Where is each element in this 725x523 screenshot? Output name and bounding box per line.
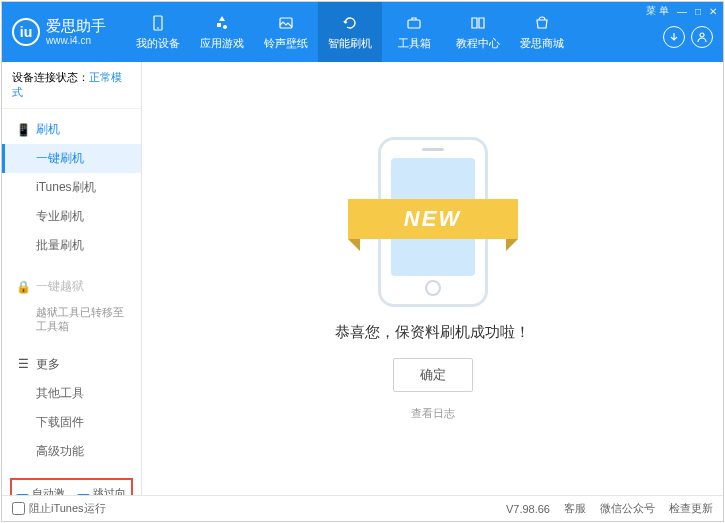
sidebar-item-download-firmware[interactable]: 下载固件 bbox=[2, 408, 141, 437]
success-message: 恭喜您，保资料刷机成功啦！ bbox=[335, 323, 530, 342]
app-url: www.i4.cn bbox=[46, 35, 106, 46]
sidebar-item-itunes-flash[interactable]: iTunes刷机 bbox=[2, 173, 141, 202]
block-itunes-checkbox[interactable]: 阻止iTunes运行 bbox=[12, 501, 106, 516]
toolbox-icon bbox=[405, 14, 423, 32]
logo-icon: iu bbox=[12, 18, 40, 46]
maximize-icon[interactable]: □ bbox=[695, 6, 701, 17]
nav-mall[interactable]: 爱思商城 bbox=[510, 2, 574, 62]
view-log-link[interactable]: 查看日志 bbox=[411, 406, 455, 421]
header-right-buttons bbox=[663, 26, 713, 48]
phone-illustration: NEW bbox=[368, 137, 498, 307]
refresh-icon bbox=[341, 14, 359, 32]
nav-my-device[interactable]: 我的设备 bbox=[126, 2, 190, 62]
lock-icon: 🔒 bbox=[16, 280, 30, 294]
connection-status: 设备连接状态：正常模式 bbox=[2, 62, 141, 109]
sidebar: 设备连接状态：正常模式 📱 刷机 一键刷机 iTunes刷机 专业刷机 批量刷机… bbox=[2, 62, 142, 495]
nav-toolbox[interactable]: 工具箱 bbox=[382, 2, 446, 62]
menu-icon: ☰ bbox=[16, 357, 30, 371]
book-icon bbox=[469, 14, 487, 32]
jailbreak-note: 越狱工具已转移至工具箱 bbox=[2, 301, 141, 338]
sidebar-item-pro-flash[interactable]: 专业刷机 bbox=[2, 202, 141, 231]
version-label: V7.98.66 bbox=[506, 503, 550, 515]
sidebar-item-batch-flash[interactable]: 批量刷机 bbox=[2, 231, 141, 260]
nav-ringtone-wallpaper[interactable]: 铃声壁纸 bbox=[254, 2, 318, 62]
auto-activate-checkbox[interactable]: 自动激活 bbox=[16, 486, 67, 495]
sidebar-section-more[interactable]: ☰ 更多 bbox=[2, 350, 141, 379]
options-highlighted-box: 自动激活 跳过向导 bbox=[10, 478, 133, 495]
app-title: 爱思助手 bbox=[46, 18, 106, 35]
footer-bar: 阻止iTunes运行 V7.98.66 客服 微信公众号 检查更新 bbox=[2, 495, 723, 521]
nav-smart-flash[interactable]: 智能刷机 bbox=[318, 2, 382, 62]
main-nav: 我的设备 应用游戏 铃声壁纸 智能刷机 工具箱 教程中心 bbox=[126, 2, 574, 62]
download-button[interactable] bbox=[663, 26, 685, 48]
check-update-link[interactable]: 检查更新 bbox=[669, 501, 713, 516]
sidebar-item-oneclick-flash[interactable]: 一键刷机 bbox=[2, 144, 141, 173]
shop-icon bbox=[533, 14, 551, 32]
menu-button[interactable]: 菜 单 bbox=[646, 4, 669, 18]
window-controls: 菜 单 — □ ✕ bbox=[646, 4, 717, 18]
svg-rect-3 bbox=[408, 20, 420, 28]
sidebar-section-jailbreak[interactable]: 🔒 一键越狱 bbox=[2, 272, 141, 301]
sidebar-section-flash[interactable]: 📱 刷机 bbox=[2, 115, 141, 144]
sidebar-item-advanced[interactable]: 高级功能 bbox=[2, 437, 141, 466]
logo-area: iu 爱思助手 www.i4.cn bbox=[12, 18, 106, 46]
minimize-icon[interactable]: — bbox=[677, 6, 687, 17]
nav-apps-games[interactable]: 应用游戏 bbox=[190, 2, 254, 62]
main-content: NEW 恭喜您，保资料刷机成功啦！ 确定 查看日志 bbox=[142, 62, 723, 495]
wechat-link[interactable]: 微信公众号 bbox=[600, 501, 655, 516]
wallpaper-icon bbox=[277, 14, 295, 32]
app-window: iu 爱思助手 www.i4.cn 我的设备 应用游戏 铃声壁纸 智能刷机 bbox=[1, 1, 724, 522]
nav-tutorial[interactable]: 教程中心 bbox=[446, 2, 510, 62]
flash-phone-icon: 📱 bbox=[16, 123, 30, 137]
confirm-button[interactable]: 确定 bbox=[393, 358, 473, 392]
sidebar-item-other-tools[interactable]: 其他工具 bbox=[2, 379, 141, 408]
new-ribbon: NEW bbox=[348, 199, 518, 239]
skip-guide-checkbox[interactable]: 跳过向导 bbox=[77, 486, 128, 495]
apps-icon bbox=[213, 14, 231, 32]
svg-point-4 bbox=[700, 33, 704, 37]
phone-icon bbox=[149, 14, 167, 32]
customer-service-link[interactable]: 客服 bbox=[564, 501, 586, 516]
header-bar: iu 爱思助手 www.i4.cn 我的设备 应用游戏 铃声壁纸 智能刷机 bbox=[2, 2, 723, 62]
user-button[interactable] bbox=[691, 26, 713, 48]
close-icon[interactable]: ✕ bbox=[709, 6, 717, 17]
